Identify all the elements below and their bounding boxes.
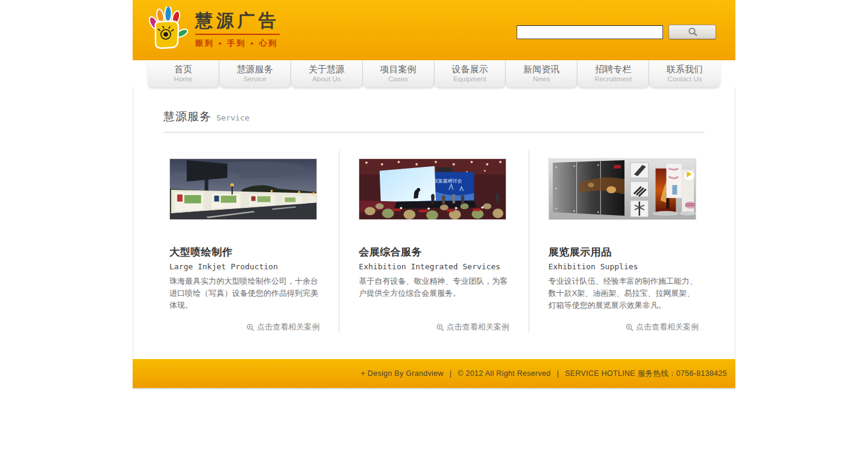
service-description: 基于自有设备、敬业精神、专业团队，为客户提供全方位综合会展服务。 — [359, 275, 509, 299]
service-title-en: Exhibition Integrated Services — [359, 262, 509, 271]
nav-item-service[interactable]: 慧源服务 Service — [219, 60, 291, 87]
nav-contact-zh: 联系我们 — [649, 63, 720, 75]
nav-contact-en: Contact Us — [649, 75, 720, 83]
search-icon — [687, 27, 698, 37]
service-description: 专业设计队伍、经验丰富的制作施工能力、数十款X架、油画架、易拉宝、拉网展架、灯箱… — [549, 275, 699, 311]
site-footer: + Design By Grandview | © 2012 All Right… — [133, 359, 735, 389]
main-content: 慧源服务 Service — [133, 87, 735, 359]
nav-item-contact[interactable]: 联系我们 Contact Us — [649, 60, 720, 87]
nav-recruitment-en: Recruitment — [577, 75, 649, 83]
nav-cases-zh: 项目案例 — [363, 63, 434, 75]
view-cases-label: 点击查看相关案例 — [447, 322, 509, 333]
nav-home-zh: 首页 — [148, 63, 219, 75]
brand-tagline: 眼到 • 手到 • 心到 — [195, 38, 280, 49]
zoom-in-icon — [247, 323, 254, 331]
display-supplies-photo — [549, 151, 699, 220]
view-cases-link-supplies[interactable]: 点击查看相关案例 — [549, 322, 699, 333]
brand-text-block[interactable]: 慧源广告 眼到 • 手到 • 心到 — [195, 11, 280, 49]
service-title: 大型喷绘制作 — [169, 245, 319, 259]
service-col-inkjet: 大型喷绘制作 Large Inkjet Production 珠海最具实力的大型… — [169, 151, 339, 333]
nav-service-zh: 慧源服务 — [219, 63, 291, 75]
page-title-en: Service — [216, 113, 250, 122]
nav-equipment-zh: 设备展示 — [435, 63, 506, 75]
page-container: 慧源广告 眼到 • 手到 • 心到 首页 Home 慧源服务 — [133, 0, 735, 389]
title-divider — [163, 132, 705, 133]
nav-item-about[interactable]: 关于慧源 About Us — [291, 60, 363, 87]
search-input[interactable] — [517, 25, 663, 39]
nav-inner: 首页 Home 慧源服务 Service 关于慧源 About Us 项目案例 … — [148, 60, 720, 87]
search-area — [517, 25, 716, 39]
nav-news-zh: 新闻资讯 — [506, 63, 577, 75]
nav-item-home[interactable]: 首页 Home — [148, 60, 219, 87]
nav-item-cases[interactable]: 项目案例 Cases — [363, 60, 435, 87]
nav-item-recruitment[interactable]: 招聘专栏 Recruitment — [577, 60, 649, 87]
zoom-in-icon — [626, 323, 634, 331]
page-title-row: 慧源服务 Service — [163, 87, 705, 125]
footer-design-credit: + Design By Grandview — [361, 369, 444, 378]
service-title-en: Large Inkjet Production — [169, 262, 319, 271]
brand-logo[interactable] — [146, 7, 188, 54]
nav-news-en: News — [506, 75, 577, 83]
brand-name: 慧源广告 — [195, 11, 280, 36]
footer-separator: | — [450, 369, 452, 378]
view-cases-link-exhibition[interactable]: 点击查看相关案例 — [359, 322, 509, 333]
service-title: 展览展示用品 — [549, 245, 699, 259]
nav-service-en: Service — [219, 75, 291, 83]
service-title: 会展综合服务 — [359, 245, 509, 259]
nav-about-zh: 关于慧源 — [291, 63, 362, 75]
service-title-en: Exhibition Supplies — [549, 262, 699, 271]
inkjet-billboard-photo — [169, 151, 319, 220]
main-nav: 首页 Home 慧源服务 Service 关于慧源 About Us 项目案例 … — [133, 60, 735, 87]
conference-hall-photo: 新区会议策展研讨会 — [359, 151, 509, 220]
footer-separator: | — [557, 369, 559, 378]
nav-cases-en: Cases — [363, 75, 434, 83]
page-title: 慧源服务 — [163, 109, 212, 125]
view-cases-link-inkjet[interactable]: 点击查看相关案例 — [169, 322, 319, 333]
nav-about-en: About Us — [291, 75, 362, 83]
service-col-exhibition: 新区会议策展研讨会 — [339, 151, 528, 333]
nav-recruitment-zh: 招聘专栏 — [577, 63, 649, 75]
service-description: 珠海最具实力的大型喷绘制作公司，十余台进口喷绘（写真）设备使您的作品得到完美体现… — [169, 275, 319, 311]
site-header: 慧源广告 眼到 • 手到 • 心到 — [133, 0, 735, 60]
nav-item-news[interactable]: 新闻资讯 News — [506, 60, 577, 87]
services-section: 大型喷绘制作 Large Inkjet Production 珠海最具实力的大型… — [169, 151, 699, 333]
search-button[interactable] — [668, 25, 716, 39]
view-cases-label: 点击查看相关案例 — [636, 322, 699, 333]
footer-copyright: © 2012 All Right Reserved — [458, 369, 550, 378]
nav-equipment-en: Equipment — [435, 75, 506, 83]
footer-hotline: SERVICE HOTLINE 服务热线：0756-8138425 — [565, 369, 727, 379]
nav-home-en: Home — [148, 75, 219, 83]
view-cases-label: 点击查看相关案例 — [257, 322, 319, 333]
nav-item-equipment[interactable]: 设备展示 Equipment — [435, 60, 506, 87]
zoom-in-icon — [436, 323, 444, 331]
hand-eye-logo-icon — [146, 7, 188, 54]
service-col-supplies: 展览展示用品 Exhibition Supplies 专业设计队伍、经验丰富的制… — [529, 151, 699, 333]
